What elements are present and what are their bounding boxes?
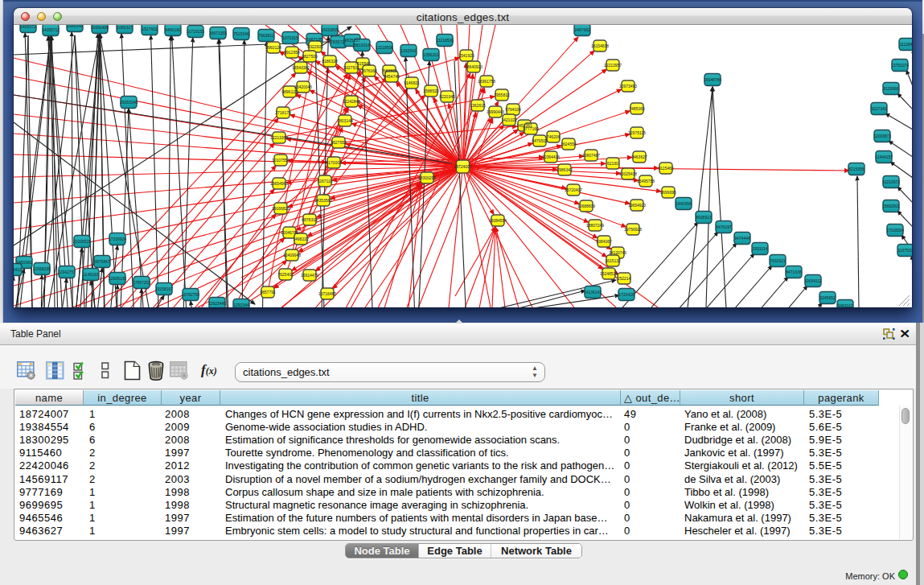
svg-text:16154838: 16154838: [591, 43, 609, 48]
svg-text:2933114: 2933114: [752, 246, 767, 251]
svg-text:1498222: 1498222: [293, 237, 309, 241]
svg-text:10807487: 10807487: [582, 153, 600, 158]
svg-text:20691406: 20691406: [91, 25, 109, 30]
svg-text:12923445: 12923445: [208, 301, 226, 306]
svg-text:1332541: 1332541: [400, 48, 417, 53]
svg-text:1450081: 1450081: [16, 260, 32, 265]
svg-text:8471636: 8471636: [786, 270, 802, 274]
svg-text:2069140: 2069140: [67, 25, 83, 28]
svg-text:10107554: 10107554: [272, 158, 290, 163]
svg-text:19654963: 19654963: [270, 181, 288, 186]
svg-text:18807249: 18807249: [586, 223, 604, 228]
svg-text:1362615: 1362615: [470, 103, 486, 108]
svg-text:252214: 252214: [618, 276, 631, 281]
svg-text:13751074: 13751074: [891, 63, 909, 68]
svg-text:8220345: 8220345: [439, 94, 455, 99]
svg-text:7955812: 7955812: [494, 93, 510, 97]
svg-text:62160: 62160: [607, 161, 618, 166]
svg-text:16648784: 16648784: [704, 77, 721, 82]
svg-text:17339924: 17339924: [109, 237, 126, 241]
svg-text:3267110: 3267110: [317, 179, 332, 183]
svg-text:1356201: 1356201: [423, 52, 439, 57]
svg-text:16782759: 16782759: [182, 292, 199, 297]
svg-text:2986342: 2986342: [556, 167, 573, 172]
svg-text:15720407: 15720407: [565, 187, 582, 192]
svg-text:12213369: 12213369: [270, 135, 288, 140]
svg-text:1588520: 1588520: [423, 89, 439, 93]
svg-text:8215956: 8215956: [848, 167, 864, 171]
svg-text:9794024: 9794024: [505, 107, 521, 112]
svg-text:3975867: 3975867: [94, 259, 110, 264]
svg-text:1405572: 1405572: [20, 25, 36, 29]
svg-text:7515546: 7515546: [233, 31, 249, 36]
svg-text:9777169: 9777169: [523, 126, 539, 131]
svg-text:19654923: 19654923: [628, 203, 646, 208]
svg-text:10719155: 10719155: [187, 29, 204, 34]
svg-text:8454749: 8454749: [384, 74, 400, 79]
svg-text:10688609: 10688609: [577, 204, 595, 208]
svg-text:1624554: 1624554: [561, 142, 577, 146]
svg-text:12905135: 12905135: [109, 276, 126, 281]
svg-text:1145193: 1145193: [83, 272, 98, 277]
svg-text:10973493: 10973493: [619, 84, 637, 89]
svg-text:6479197: 6479197: [716, 225, 732, 229]
svg-text:10654112: 10654112: [804, 278, 822, 283]
svg-text:12213957: 12213957: [604, 63, 622, 68]
svg-text:13716485: 13716485: [318, 291, 336, 296]
svg-text:15248516: 15248516: [600, 271, 618, 276]
svg-text:15495758: 15495758: [637, 179, 655, 183]
svg-text:10025438: 10025438: [619, 171, 637, 176]
svg-text:12093873: 12093873: [873, 134, 891, 138]
svg-text:9384067: 9384067: [596, 239, 612, 244]
svg-text:19756928: 19756928: [624, 227, 642, 232]
svg-text:15692901: 15692901: [882, 204, 900, 208]
svg-text:1615132: 1615132: [605, 258, 621, 263]
svg-text:16961758: 16961758: [478, 79, 495, 84]
svg-text:1112843: 1112843: [900, 42, 912, 47]
svg-text:9115460: 9115460: [658, 166, 673, 171]
svg-text:9896123: 9896123: [281, 89, 298, 94]
svg-text:7663822: 7663822: [381, 68, 397, 73]
svg-text:12444157: 12444157: [875, 154, 893, 159]
svg-text:1071915: 1071915: [282, 35, 298, 40]
svg-text:6466160: 6466160: [165, 27, 181, 32]
svg-text:16914479: 16914479: [301, 273, 318, 278]
svg-text:9827509: 9827509: [302, 54, 318, 59]
svg-text:16543382: 16543382: [292, 65, 310, 70]
svg-text:9463627: 9463627: [631, 154, 647, 159]
svg-text:9857791: 9857791: [260, 290, 276, 295]
svg-text:8813014: 8813014: [354, 43, 370, 47]
svg-text:8186328: 8186328: [322, 59, 338, 64]
svg-text:7663811: 7663811: [258, 33, 273, 38]
svg-text:12409948: 12409948: [283, 253, 301, 257]
svg-text:1733426: 1733426: [618, 292, 634, 297]
svg-text:16671355: 16671355: [209, 31, 227, 35]
svg-text:12242848: 12242848: [343, 99, 360, 104]
svg-text:8699695: 8699695: [660, 190, 676, 195]
svg-text:9827552: 9827552: [331, 140, 347, 145]
svg-text:9146821: 9146821: [404, 80, 420, 85]
svg-text:1167533: 1167533: [897, 248, 912, 253]
svg-text:18724007: 18724007: [454, 164, 471, 169]
svg-text:6479503: 6479503: [532, 138, 548, 143]
svg-text:9245652: 9245652: [819, 295, 836, 300]
svg-text:3915411: 3915411: [14, 267, 22, 272]
svg-text:8938913: 8938913: [696, 215, 712, 220]
svg-text:10210973: 10210973: [882, 179, 900, 184]
svg-text:8960124: 8960124: [265, 45, 281, 50]
svg-text:1667135: 1667135: [306, 37, 322, 42]
svg-text:7485063: 7485063: [629, 106, 645, 111]
svg-text:10046788: 10046788: [281, 230, 298, 235]
svg-text:14055712: 14055712: [42, 27, 60, 32]
svg-text:8170003: 8170003: [326, 160, 342, 165]
svg-text:14353563: 14353563: [314, 198, 332, 203]
svg-text:9327501: 9327501: [343, 65, 359, 70]
svg-text:1440954: 1440954: [676, 201, 692, 206]
svg-text:18300295: 18300295: [418, 175, 436, 180]
svg-text:1065327: 1065327: [117, 25, 133, 30]
svg-text:8912954: 8912954: [284, 50, 300, 55]
svg-text:19158167: 19158167: [155, 286, 173, 291]
svg-text:9463112: 9463112: [837, 303, 852, 307]
svg-text:1421022: 1421022: [501, 117, 517, 122]
svg-text:746206: 746206: [547, 134, 561, 139]
